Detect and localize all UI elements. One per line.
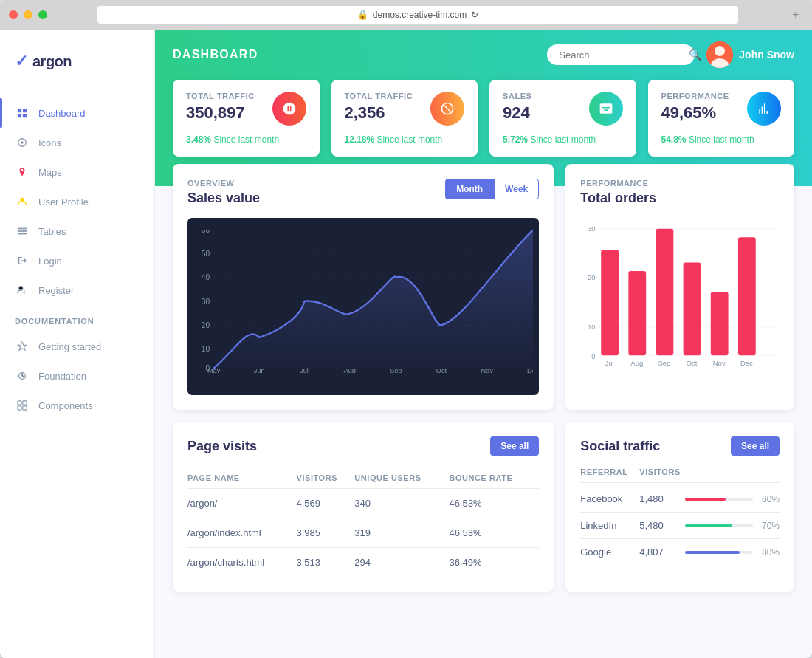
sidebar-item-maps[interactable]: Maps [0, 157, 154, 187]
header-right: 🔍 John Snow [547, 41, 794, 68]
line-chart-container: 60 50 40 30 20 10 0 [187, 218, 539, 395]
dashboard-icon [15, 106, 30, 120]
list-item: Google 4,807 80% [580, 539, 780, 565]
sidebar-item-dashboard[interactable]: Dashboard [0, 98, 154, 128]
sales-chart-title: Sales value [187, 191, 260, 206]
chart-toggle-group: Month Week [445, 179, 539, 199]
svg-rect-14 [18, 406, 21, 410]
sidebar-item-icons[interactable]: Icons [0, 128, 154, 157]
sidebar-label-dashboard: Dashboard [38, 108, 86, 119]
page-title: DASHBOARD [173, 48, 258, 61]
user-info[interactable]: John Snow [706, 41, 794, 68]
cell-visitors: 4,569 [297, 489, 355, 518]
svg-text:Nov: Nov [713, 359, 726, 367]
sales-chart-card: OVERVIEW Sales value Month Week [173, 164, 554, 410]
sidebar-label-login: Login [38, 256, 62, 267]
icons-icon [15, 135, 30, 150]
cell-page-name: /argon/charts.html [187, 548, 297, 578]
stat-change-1: 3.48% Since last month [186, 134, 306, 145]
svg-rect-1 [23, 109, 27, 112]
stat-value-2: 2,356 [345, 103, 413, 123]
stat-info-1: TOTAL TRAFFIC 350,897 [186, 92, 255, 123]
svg-rect-51 [684, 262, 701, 355]
social-traffic-card: Social traffic See all REFERRAL VISITORS… [565, 422, 794, 592]
svg-text:50: 50 [202, 250, 210, 258]
svg-text:30: 30 [588, 225, 596, 233]
browser-maximize-btn[interactable] [38, 10, 47, 19]
stat-label-1: TOTAL TRAFFIC [186, 92, 255, 100]
cell-unique: 340 [354, 489, 449, 518]
btn-month[interactable]: Month [445, 179, 494, 199]
social-percent-linkedin: 70% [762, 521, 780, 531]
list-item: Facebook 1,480 60% [580, 486, 780, 513]
page-visits-header: Page visits See all [187, 436, 539, 456]
svg-rect-8 [18, 230, 27, 232]
search-input[interactable] [559, 49, 683, 61]
sidebar-item-getting-started[interactable]: Getting started [0, 332, 154, 361]
browser-window: 🔒 demos.creative-tim.com ↻ + ✓ argon [0, 0, 812, 658]
svg-text:Dec: Dec [740, 359, 753, 367]
svg-text:Aug: Aug [344, 367, 356, 373]
stat-info-2: TOTAL TRAFFIC 2,356 [345, 92, 413, 123]
btn-week[interactable]: Week [494, 179, 539, 199]
browser-close-btn[interactable] [9, 10, 18, 19]
browser-address-bar[interactable]: 🔒 demos.creative-tim.com ↻ [97, 6, 738, 24]
foundation-icon [15, 369, 30, 383]
stat-value-4: 49,65% [661, 103, 729, 123]
col-visitors: VISITORS [639, 467, 681, 476]
stat-change-4: 54.8% Since last month [661, 134, 782, 145]
orders-chart-label: PERFORMANCE [580, 179, 656, 188]
sidebar-item-foundation[interactable]: Foundation [0, 361, 154, 391]
line-chart-svg: 60 50 40 30 20 10 0 [193, 230, 533, 373]
stat-card-header-4: PERFORMANCE 49,65% [661, 92, 782, 126]
sidebar-item-register[interactable]: Register [0, 275, 154, 305]
social-traffic-columns: REFERRAL VISITORS [580, 467, 780, 483]
svg-text:10: 10 [202, 345, 210, 353]
sidebar-item-user-profile[interactable]: User Profile [0, 187, 154, 216]
sidebar-label-register: Register [38, 285, 74, 296]
cell-page-name: /argon/ [187, 489, 297, 518]
svg-rect-9 [18, 233, 27, 235]
stat-change-2: 12.18% Since last month [345, 134, 465, 145]
svg-text:Oct: Oct [687, 359, 698, 367]
social-traffic-see-all[interactable]: See all [731, 436, 780, 456]
page-visits-see-all[interactable]: See all [490, 436, 539, 456]
sidebar-item-login[interactable]: Login [0, 246, 154, 275]
svg-point-10 [19, 287, 23, 290]
stats-grid: TOTAL TRAFFIC 350,897 3.48% Since last m… [173, 80, 794, 157]
stat-card-sales: SALES 924 5.72% Since last month [489, 80, 636, 157]
svg-rect-7 [18, 228, 27, 230]
svg-rect-49 [629, 271, 647, 355]
stat-icon-3 [589, 92, 623, 126]
bar-chart-svg: 30 20 10 0 [580, 225, 780, 373]
sidebar-item-components[interactable]: Components [0, 391, 154, 420]
orders-chart-card: PERFORMANCE Total orders 30 20 10 0 [565, 164, 794, 410]
refresh-icon[interactable]: ↻ [471, 10, 478, 20]
svg-text:Jul: Jul [300, 367, 309, 373]
svg-text:Nov: Nov [481, 367, 493, 373]
stat-change-3: 5.72% Since last month [503, 134, 623, 145]
cell-page-name: /argon/index.html [187, 518, 297, 548]
stat-card-header-1: TOTAL TRAFFIC 350,897 [186, 92, 306, 126]
new-tab-button[interactable]: + [788, 7, 803, 22]
svg-text:0: 0 [592, 352, 596, 360]
svg-text:20: 20 [588, 273, 596, 281]
page-visits-card: Page visits See all PAGE NAME VISITORS U… [173, 422, 554, 592]
charts-section: OVERVIEW Sales value Month Week [155, 164, 812, 410]
cell-bounce: 46,53% [449, 489, 539, 518]
svg-text:Sep: Sep [390, 367, 402, 373]
sidebar-item-tables[interactable]: Tables [0, 216, 154, 246]
search-bar[interactable]: 🔍 [547, 44, 695, 65]
main-content: DASHBOARD 🔍 J [155, 30, 812, 658]
col-referral: REFERRAL [580, 467, 639, 476]
sidebar-label-tables: Tables [38, 226, 66, 237]
svg-text:Jun: Jun [254, 367, 265, 373]
user-profile-icon [15, 194, 30, 209]
social-traffic-title: Social traffic [580, 439, 660, 454]
stat-info-4: PERFORMANCE 49,65% [661, 92, 729, 123]
browser-minimize-btn[interactable] [24, 10, 32, 19]
social-visitors-linkedin: 5,480 [639, 520, 676, 531]
page-visits-table: PAGE NAME VISITORS UNIQUE USERS BOUNCE R… [187, 467, 539, 577]
page-visits-body: /argon/ 4,569 340 46,53% /argon/index.ht… [187, 489, 539, 578]
sales-chart-header: OVERVIEW Sales value Month Week [187, 179, 539, 206]
